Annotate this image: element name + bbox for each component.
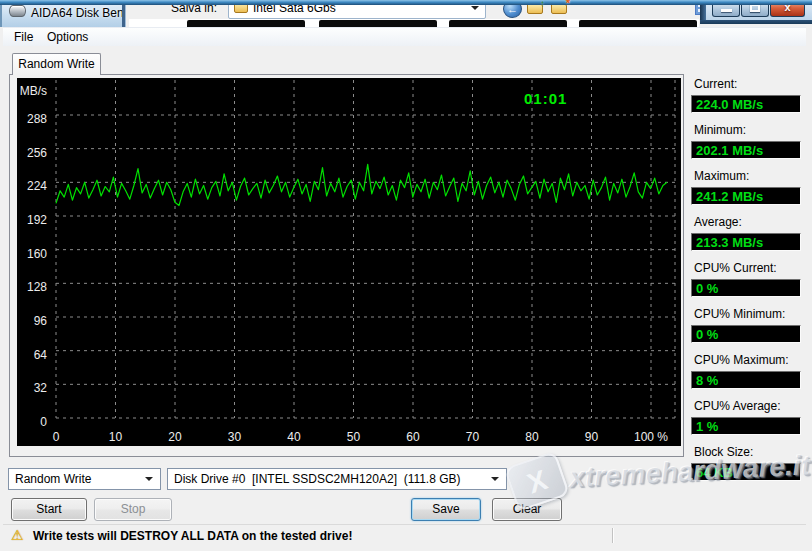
warning-icon: ⚠ bbox=[11, 527, 24, 543]
benchmark-line-series bbox=[56, 164, 667, 205]
file-thumbnail[interactable] bbox=[187, 20, 305, 27]
maximize-icon bbox=[750, 4, 760, 12]
disk-app-icon bbox=[9, 5, 26, 17]
tab-random-write[interactable]: Random Write bbox=[12, 53, 101, 75]
axis-tick-label: 10 bbox=[93, 430, 139, 444]
axis-tick-label: 32 bbox=[17, 381, 47, 395]
axis-tick-label: 40 bbox=[271, 430, 317, 444]
drive-select[interactable]: Disk Drive #0 [INTEL SSDSC2MH120A2] (111… bbox=[167, 468, 507, 490]
axis-tick-label: 256 bbox=[17, 146, 47, 160]
axis-tick-label: 30 bbox=[212, 430, 258, 444]
axis-tick-label: 96 bbox=[17, 314, 47, 328]
stat-label-cpu-average: CPU% Average: bbox=[691, 399, 801, 414]
aida64-disk-benchmark-window: AIDA64 Disk Bench Salva in: Intel Sata 6… bbox=[0, 0, 812, 551]
status-separator bbox=[612, 528, 614, 543]
axis-tick-label: 160 bbox=[17, 247, 47, 261]
stat-value-cpu-current: 0 % bbox=[691, 279, 801, 297]
stat-value-block-size: 64 KB bbox=[691, 463, 801, 481]
stat-value-minimum: 202.1 MB/s bbox=[691, 141, 801, 159]
axis-tick-label: 288 bbox=[17, 112, 47, 126]
file-thumbnail[interactable] bbox=[319, 20, 437, 27]
save-button[interactable]: Save bbox=[411, 498, 481, 521]
stat-label-maximum: Maximum: bbox=[691, 169, 801, 184]
stat-label-cpu-maximum: CPU% Maximum: bbox=[691, 353, 801, 368]
stat-label-cpu-minimum: CPU% Minimum: bbox=[691, 307, 801, 322]
stat-value-current: 224.0 MB/s bbox=[691, 95, 801, 113]
stat-value-average: 213.3 MB/s bbox=[691, 233, 801, 251]
axis-tick-label: 100 % bbox=[628, 430, 674, 444]
stat-value-cpu-average: 1 % bbox=[691, 417, 801, 435]
stat-label-minimum: Minimum: bbox=[691, 123, 801, 138]
stop-button[interactable]: Stop bbox=[94, 498, 172, 521]
chevron-down-icon bbox=[491, 477, 499, 481]
axis-tick-label: 80 bbox=[509, 430, 555, 444]
window-title: AIDA64 Disk Bench bbox=[31, 6, 136, 20]
window-frame-edge bbox=[700, 20, 812, 24]
axis-tick-label: 70 bbox=[450, 430, 496, 444]
drive-select-value: Disk Drive #0 [INTEL SSDSC2MH120A2] (111… bbox=[174, 472, 461, 486]
stats-panel: Current: 224.0 MB/s Minimum: 202.1 MB/s … bbox=[691, 77, 801, 491]
file-thumbnail[interactable] bbox=[579, 20, 697, 27]
axis-tick-label: 0 bbox=[33, 430, 79, 444]
chart-canvas bbox=[17, 78, 681, 446]
menu-file[interactable]: File bbox=[14, 30, 33, 44]
minimize-icon bbox=[721, 9, 732, 12]
stat-label-average: Average: bbox=[691, 215, 801, 230]
axis-tick-label: 20 bbox=[152, 430, 198, 444]
status-warning-text: Write tests will DESTROY ALL DATA on the… bbox=[33, 529, 352, 543]
up-arrow-icon: ↑ bbox=[540, 0, 545, 9]
chevron-down-icon bbox=[471, 6, 479, 10]
folder-icon bbox=[551, 4, 567, 14]
stat-value-cpu-maximum: 8 % bbox=[691, 371, 801, 389]
axis-tick-label: 60 bbox=[390, 430, 436, 444]
axis-tick-label: MB/s bbox=[17, 84, 47, 98]
axis-tick-label: 64 bbox=[17, 348, 47, 362]
clear-button[interactable]: Clear bbox=[492, 498, 562, 521]
menu-bar: File Options bbox=[3, 27, 806, 46]
chevron-down-icon bbox=[145, 477, 153, 481]
axis-tick-label: 128 bbox=[17, 280, 47, 294]
window-frame bbox=[0, 0, 812, 5]
start-button[interactable]: Start bbox=[11, 498, 87, 521]
stat-label-current: Current: bbox=[691, 77, 801, 92]
axis-tick-label: 90 bbox=[569, 430, 615, 444]
axis-tick-label: 192 bbox=[17, 213, 47, 227]
stat-label-block-size: Block Size: bbox=[691, 445, 801, 460]
file-list bbox=[129, 19, 699, 27]
status-bar: ⚠ Write tests will DESTROY ALL DATA on t… bbox=[3, 524, 806, 546]
test-type-select[interactable]: Random Write bbox=[8, 468, 161, 490]
test-type-value: Random Write bbox=[15, 472, 91, 486]
stat-value-maximum: 241.2 MB/s bbox=[691, 187, 801, 205]
menu-options[interactable]: Options bbox=[47, 30, 88, 44]
stat-value-cpu-minimum: 0 % bbox=[691, 325, 801, 343]
benchmark-chart: MB/s288256224192160128966432001020304050… bbox=[17, 78, 681, 446]
axis-tick-label: 224 bbox=[17, 179, 47, 193]
new-star-icon: * bbox=[566, 0, 570, 9]
stat-label-cpu-current: CPU% Current: bbox=[691, 261, 801, 276]
axis-tick-label: 50 bbox=[331, 430, 377, 444]
elapsed-time: 01:01 bbox=[524, 90, 567, 107]
file-thumbnail[interactable] bbox=[449, 20, 567, 27]
axis-tick-label: 0 bbox=[17, 415, 47, 429]
